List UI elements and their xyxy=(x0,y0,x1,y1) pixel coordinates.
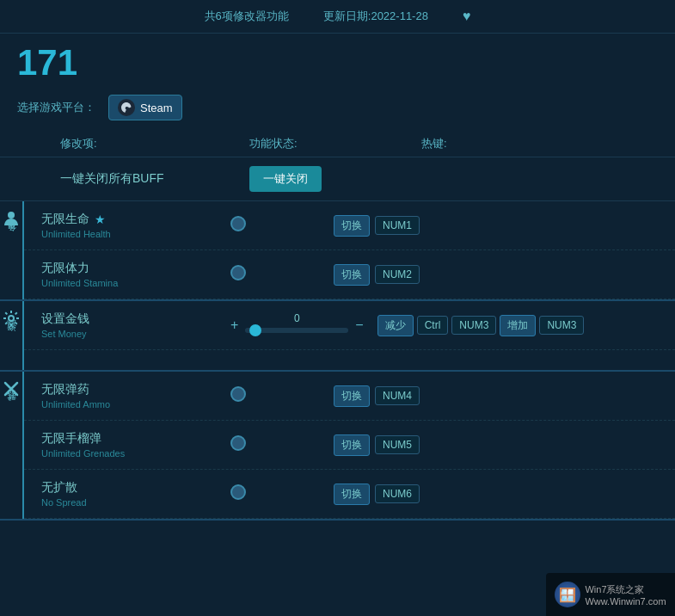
item-name-en-weapon-1: Unlimited Grenades xyxy=(41,448,230,459)
watermark-site: Win7系统之家 xyxy=(585,583,666,596)
col-status: 功能状态: xyxy=(249,136,421,151)
slider-plus-resource-0[interactable]: − xyxy=(355,317,363,333)
item-names-weapon-1: 无限手榴弹 Unlimited Grenades xyxy=(41,431,230,459)
toggle-circle-weapon-2[interactable] xyxy=(230,484,246,500)
item-name-en-weapon-0: Unlimited Ammo xyxy=(41,399,230,410)
hotkey-switch-character-0-0[interactable]: 切换 xyxy=(334,215,370,237)
hotkey-group-character-0: 切换NUM1 xyxy=(334,215,658,237)
slider-hotkeys-resource-0: 减少 Ctrl NUM3 增加 NUM3 xyxy=(377,315,585,336)
hotkey-key-weapon-0-1: NUM4 xyxy=(375,386,420,405)
category-icon-character xyxy=(3,210,20,231)
star-icon-character-0: ★ xyxy=(95,213,106,226)
col-hotkey: 热键: xyxy=(421,136,658,151)
toggle-circle-weapon-0[interactable] xyxy=(230,386,246,402)
watermark: 🪟 Win7系统之家 Www.Winwin7.com xyxy=(546,573,675,616)
item-name-en-character-1: Unlimited Stamina xyxy=(41,278,230,288)
category-items-resource: 设置金钱 Set Money + 0 − 减少 Ctrl NUM3 增加 xyxy=(24,301,675,370)
top-bar: 共6项修改器功能 更新日期:2022-11-28 ♥ xyxy=(0,0,675,34)
hotkey-switch-weapon-0-0[interactable]: 切换 xyxy=(334,385,370,407)
item-names-weapon-0: 无限弹药 Unlimited Ammo xyxy=(41,382,230,410)
hotkey-key-num3b-resource-0: NUM3 xyxy=(539,316,584,335)
item-name-en-character-0: Unlimited Health xyxy=(41,229,230,239)
category-items-weapon: 无限弹药 Unlimited Ammo 切换NUM4 无限手榴弹 Unlimit… xyxy=(24,372,675,519)
platform-label: 选择游戏平台： xyxy=(17,100,95,115)
item-name-cn-character-1: 无限体力 xyxy=(41,261,230,276)
item-name-cn-weapon-1: 无限手榴弹 xyxy=(41,431,230,447)
column-headers: 修改项: 功能状态: 热键: xyxy=(0,131,675,157)
heart-icon[interactable]: ♥ xyxy=(463,9,471,24)
hotkey-decrease-resource-0[interactable]: 减少 xyxy=(377,315,414,336)
category-icon-resource xyxy=(3,310,20,330)
item-row-character-1: 无限体力 Unlimited Stamina 切换NUM2 xyxy=(24,250,675,299)
feature-count: 共6项修改器功能 xyxy=(205,9,289,24)
category-sidebar-character: 角色 xyxy=(0,201,24,299)
slider-controls-resource-0: + 0 − 减少 Ctrl NUM3 增加 NUM3 xyxy=(230,315,658,336)
item-row-weapon-0: 无限弹药 Unlimited Ammo 切换NUM4 xyxy=(24,372,675,421)
toggle-area-weapon-0[interactable] xyxy=(230,386,334,405)
platform-steam-label: Steam xyxy=(140,102,173,114)
category-label-weapon: 武器 xyxy=(5,404,18,410)
one-key-row: 一键关闭所有BUFF 一键关闭 xyxy=(0,157,675,201)
hotkey-group-weapon-2: 切换NUM6 xyxy=(334,484,658,505)
category-sidebar-weapon: 武器 xyxy=(0,372,24,519)
hotkey-key-num3a-resource-0: NUM3 xyxy=(451,316,496,335)
slider-row-resource-0: 设置金钱 Set Money + 0 − 减少 Ctrl NUM3 增加 xyxy=(24,301,675,350)
toggle-area-weapon-1[interactable] xyxy=(230,435,334,454)
item-name-cn-resource-0: 设置金钱 xyxy=(41,311,230,327)
item-names-weapon-2: 无扩散 No Spread xyxy=(41,480,230,508)
toggle-area-character-1[interactable] xyxy=(230,265,334,284)
hotkey-key-ctrl-resource-0: Ctrl xyxy=(417,316,449,335)
watermark-url: Www.Winwin7.com xyxy=(585,596,666,607)
category-block-weapon: 武器 无限弹药 Unlimited Ammo 切换NUM4 无限手榴弹 Unli… xyxy=(0,372,675,521)
category-label-resource: 资源 xyxy=(5,334,18,339)
main-number: 171 xyxy=(0,34,675,88)
hotkey-key-character-0-1: NUM1 xyxy=(375,216,420,235)
category-label-character: 角色 xyxy=(5,234,18,239)
slider-thumb-resource-0[interactable] xyxy=(249,324,261,336)
item-name-cn-weapon-0: 无限弹药 xyxy=(41,382,230,397)
hotkey-group-weapon-1: 切换NUM5 xyxy=(334,434,658,456)
slider-value-resource-0: 0 xyxy=(245,312,348,324)
category-block-resource: 资源 设置金钱 Set Money + 0 − 减少 Ctrl NUM3 xyxy=(0,301,675,372)
category-icon-weapon xyxy=(3,380,20,401)
update-date: 更新日期:2022-11-28 xyxy=(323,9,428,24)
hotkey-switch-character-1-0[interactable]: 切换 xyxy=(334,264,370,286)
item-name-cn-weapon-2: 无扩散 xyxy=(41,480,230,496)
svg-point-2 xyxy=(8,212,15,219)
item-row-weapon-1: 无限手榴弹 Unlimited Grenades 切换NUM5 xyxy=(24,421,675,470)
toggle-circle-character-1[interactable] xyxy=(230,265,246,280)
categories-container: 角色 无限生命★ Unlimited Health 切换NUM1 无限体力 Un… xyxy=(0,201,675,521)
toggle-circle-character-0[interactable] xyxy=(230,216,246,231)
toggle-area-character-0[interactable] xyxy=(230,216,334,235)
hotkey-switch-weapon-2-0[interactable]: 切换 xyxy=(334,484,370,505)
svg-point-3 xyxy=(9,316,14,321)
hotkey-group-weapon-0: 切换NUM4 xyxy=(334,385,658,407)
steam-icon xyxy=(118,99,135,116)
item-name-en-weapon-2: No Spread xyxy=(41,497,230,508)
hotkey-key-weapon-1-1: NUM5 xyxy=(375,435,420,454)
hotkey-switch-weapon-1-0[interactable]: 切换 xyxy=(334,434,370,456)
platform-row: 选择游戏平台： Steam xyxy=(0,88,675,131)
hotkey-increase-resource-0[interactable]: 增加 xyxy=(500,315,536,336)
category-sidebar-resource: 资源 xyxy=(0,301,24,370)
item-row-character-0: 无限生命★ Unlimited Health 切换NUM1 xyxy=(24,201,675,250)
toggle-circle-weapon-1[interactable] xyxy=(230,435,246,451)
item-names-character-0: 无限生命★ Unlimited Health xyxy=(41,212,230,239)
item-names-resource-0: 设置金钱 Set Money xyxy=(41,311,230,339)
slider-track-resource-0[interactable]: 0 xyxy=(245,328,348,333)
col-mod: 修改项: xyxy=(60,136,249,151)
watermark-logo: 🪟 xyxy=(555,582,580,607)
item-name-cn-character-0: 无限生命★ xyxy=(41,212,230,227)
hotkey-group-character-1: 切换NUM2 xyxy=(334,264,658,286)
slider-minus-resource-0[interactable]: + xyxy=(230,317,238,333)
toggle-area-weapon-2[interactable] xyxy=(230,484,334,503)
platform-steam-button[interactable]: Steam xyxy=(108,95,182,120)
category-block-character: 角色 无限生命★ Unlimited Health 切换NUM1 无限体力 Un… xyxy=(0,201,675,301)
hotkey-key-character-1-1: NUM2 xyxy=(375,265,420,284)
svg-point-1 xyxy=(127,108,130,110)
item-name-en-resource-0: Set Money xyxy=(41,329,230,339)
one-key-name: 一键关闭所有BUFF xyxy=(60,171,249,187)
one-key-button[interactable]: 一键关闭 xyxy=(249,166,322,192)
item-row-weapon-2: 无扩散 No Spread 切换NUM6 xyxy=(24,470,675,519)
category-items-character: 无限生命★ Unlimited Health 切换NUM1 无限体力 Unlim… xyxy=(24,201,675,299)
